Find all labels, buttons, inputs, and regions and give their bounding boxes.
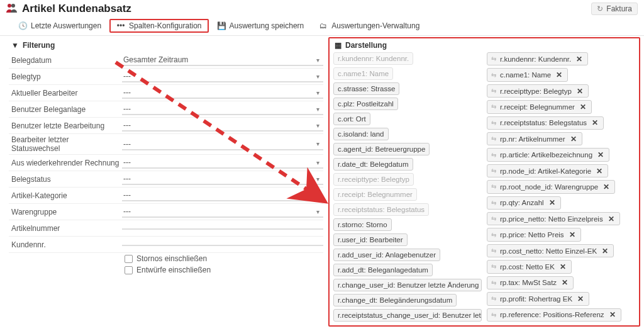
filter-select-bearbeiter[interactable]: --- ▾ — [122, 87, 323, 99]
available-column-chip[interactable]: c.isoland: land — [333, 128, 389, 140]
manage-evaluations-button[interactable]: 🗂 Auswertungen-Verwaltung — [312, 19, 426, 33]
save-evaluation-button[interactable]: 💾 Auswertung speichern — [210, 19, 311, 33]
remove-icon[interactable]: ✕ — [568, 230, 577, 239]
filter-select-wiederkehrend[interactable]: --- ▾ — [122, 157, 323, 169]
drag-handle-icon[interactable]: ⇆ — [491, 120, 496, 126]
filter-select-belegtyp[interactable]: --- ▾ — [122, 70, 323, 82]
faktura-button[interactable]: ↻ Faktura — [591, 3, 638, 15]
remove-icon[interactable]: ✕ — [608, 310, 617, 319]
available-column-chip[interactable]: r.change_dt: Belegänderungsdatum — [333, 294, 457, 306]
selected-columns: ⇆r.kundennr: Kundennr.✕⇆c.name1: Name✕⇆r… — [487, 52, 636, 322]
chip-label: rp.price: Netto Preis — [500, 231, 564, 238]
remove-icon[interactable]: ✕ — [575, 87, 584, 96]
drag-handle-icon[interactable]: ⇆ — [491, 247, 496, 254]
available-column-chip: r.receipttype: Belegtyp — [333, 173, 414, 186]
selected-column-chip[interactable]: ⇆rp.price_netto: Netto Einzelpreis✕ — [487, 212, 620, 225]
toolbar: 🕓 Letzte Auswertungen ••• Spalten-Konfig… — [0, 16, 644, 36]
checkbox-stornos[interactable] — [125, 255, 133, 263]
remove-icon[interactable]: ✕ — [558, 262, 567, 271]
selected-column-chip[interactable]: ⇆rp.cost: Netto EK✕ — [487, 260, 572, 273]
remove-icon[interactable]: ✕ — [591, 118, 599, 127]
selected-column-chip[interactable]: ⇆rp.qty: Anzahl✕ — [487, 196, 561, 210]
chip-label: c.agent_id: Betreuergruppe — [338, 145, 425, 153]
selected-column-chip[interactable]: ⇆rp.profit: Rohertrag EK✕ — [487, 292, 589, 305]
drag-handle-icon[interactable]: ⇆ — [491, 263, 496, 270]
filter-select-belegdatum[interactable]: Gesamter Zeitraum ▾ — [122, 54, 323, 66]
available-column-chip[interactable]: r.storno: Storno — [333, 218, 392, 231]
available-column-chip[interactable]: c.plz: Postleitzahl — [333, 98, 398, 110]
filter-label-belegtyp: Belegtyp — [9, 71, 122, 82]
columns-config-button[interactable]: ••• Spalten-Konfiguration — [109, 19, 208, 33]
remove-icon[interactable]: ✕ — [579, 103, 587, 111]
drag-handle-icon[interactable]: ⇆ — [491, 311, 496, 318]
selected-column-chip[interactable]: ⇆rp.nr: Artikelnummer✕ — [487, 132, 582, 145]
chip-label: c.ort: Ort — [338, 115, 366, 123]
remove-icon[interactable]: ✕ — [607, 215, 616, 223]
remove-icon[interactable]: ✕ — [602, 182, 611, 191]
checkbox-entwuerfe[interactable] — [125, 266, 133, 274]
selected-column-chip[interactable]: ⇆c.name1: Name✕ — [487, 68, 568, 81]
drag-handle-icon[interactable]: ⇆ — [491, 295, 496, 302]
available-column-chip[interactable]: r.user_id: Bearbeiter — [333, 233, 408, 246]
available-column-chip[interactable]: r.change_user_id: Benutzer letzte Änderu… — [333, 279, 482, 291]
remove-icon[interactable]: ✕ — [560, 278, 569, 287]
available-column-chip[interactable]: c.strasse: Strasse — [333, 82, 399, 95]
remove-icon[interactable]: ✕ — [548, 198, 557, 207]
selected-column-chip[interactable]: ⇆rp.tax: MwSt Satz✕ — [487, 276, 574, 289]
last-evaluations-button[interactable]: 🕓 Letzte Auswertungen — [11, 19, 108, 33]
drag-handle-icon[interactable]: ⇆ — [491, 103, 496, 110]
selected-column-chip[interactable]: ⇆rp.root_node_id: Warengruppe✕ — [487, 180, 615, 193]
filter-label-bearbeiter: Aktueller Bearbeiter — [9, 87, 122, 99]
remove-icon[interactable]: ✕ — [575, 55, 584, 64]
filter-select-artikel-kat[interactable]: --- ▾ — [122, 189, 323, 201]
available-columns: r.kundennr: Kundennr.c.name1: Namec.stra… — [333, 52, 483, 322]
selected-column-chip[interactable]: ⇆rp.article: Artikelbezeichnung✕ — [487, 148, 609, 161]
drag-handle-icon[interactable]: ⇆ — [491, 135, 496, 142]
available-column-chip[interactable]: c.ort: Ort — [333, 113, 370, 125]
selected-column-chip[interactable]: ⇆r.receipt: Belegnummer✕ — [487, 100, 592, 113]
remove-icon[interactable]: ✕ — [601, 247, 609, 255]
available-column-chip[interactable]: r.receiptstatus_change_user_id: Benutzer… — [333, 309, 482, 322]
darstellung-title: ▦ Darstellung — [333, 40, 636, 52]
selected-column-chip[interactable]: ⇆r.kundennr: Kundennr.✕ — [487, 52, 588, 65]
remove-icon[interactable]: ✕ — [595, 167, 604, 176]
filter-select-benutzer-anlage[interactable]: --- ▾ — [122, 103, 323, 115]
drag-handle-icon[interactable]: ⇆ — [491, 87, 496, 94]
calendar-icon: 🗂 — [319, 21, 328, 30]
filter-select-belegstatus[interactable]: --- ▾ — [122, 173, 323, 185]
remove-icon[interactable]: ✕ — [596, 150, 605, 159]
filter-select-bearbeiter-status[interactable]: --- ▾ — [122, 138, 323, 150]
filter-input-kundennr[interactable] — [122, 243, 323, 246]
chevron-down-icon: ▾ — [316, 176, 319, 182]
filter-title: ▼ Filterung — [9, 38, 323, 52]
remove-icon[interactable]: ✕ — [569, 135, 578, 143]
available-column-chip[interactable]: r.date_dt: Belegdatum — [333, 158, 413, 171]
chip-label: r.receiptstatus: Belegstatus — [500, 119, 587, 126]
drag-handle-icon[interactable]: ⇆ — [491, 55, 496, 62]
chip-label: r.change_user_id: Benutzer letzte Änderu… — [338, 281, 479, 289]
manage-evaluations-label: Auswertungen-Verwaltung — [331, 21, 419, 30]
filter-select-benutzer-bearb[interactable]: --- ▾ — [122, 120, 323, 132]
selected-column-chip[interactable]: ⇆rp.node_id: Artikel-Kategorie✕ — [487, 164, 608, 177]
remove-icon[interactable]: ✕ — [555, 70, 564, 79]
selected-column-chip[interactable]: ⇆rp.reference: Positions-Referenz✕ — [487, 308, 621, 322]
drag-handle-icon[interactable]: ⇆ — [491, 183, 496, 190]
selected-column-chip[interactable]: ⇆rp.price: Netto Preis✕ — [487, 228, 581, 241]
drag-handle-icon[interactable]: ⇆ — [491, 152, 496, 159]
selected-column-chip[interactable]: ⇆r.receipttype: Belegtyp✕ — [487, 84, 589, 98]
chip-label: rp.tax: MwSt Satz — [500, 279, 557, 286]
available-column-chip[interactable]: c.agent_id: Betreuergruppe — [333, 143, 430, 155]
drag-handle-icon[interactable]: ⇆ — [491, 232, 496, 238]
remove-icon[interactable]: ✕ — [576, 295, 585, 303]
available-column-chip[interactable]: r.add_user_id: Anlagebenutzer — [333, 249, 440, 261]
filter-input-artikelnummer[interactable] — [122, 227, 323, 230]
drag-handle-icon[interactable]: ⇆ — [491, 215, 496, 222]
drag-handle-icon[interactable]: ⇆ — [491, 167, 496, 174]
selected-column-chip[interactable]: ⇆rp.cost_netto: Netto Einzel-EK✕ — [487, 244, 614, 257]
drag-handle-icon[interactable]: ⇆ — [491, 199, 496, 206]
drag-handle-icon[interactable]: ⇆ — [491, 72, 496, 79]
drag-handle-icon[interactable]: ⇆ — [491, 279, 496, 286]
selected-column-chip[interactable]: ⇆r.receiptstatus: Belegstatus✕ — [487, 116, 604, 130]
available-column-chip[interactable]: r.add_dt: Beleganlagedatum — [333, 264, 433, 276]
filter-select-warengruppe[interactable]: --- ▾ — [122, 206, 323, 218]
